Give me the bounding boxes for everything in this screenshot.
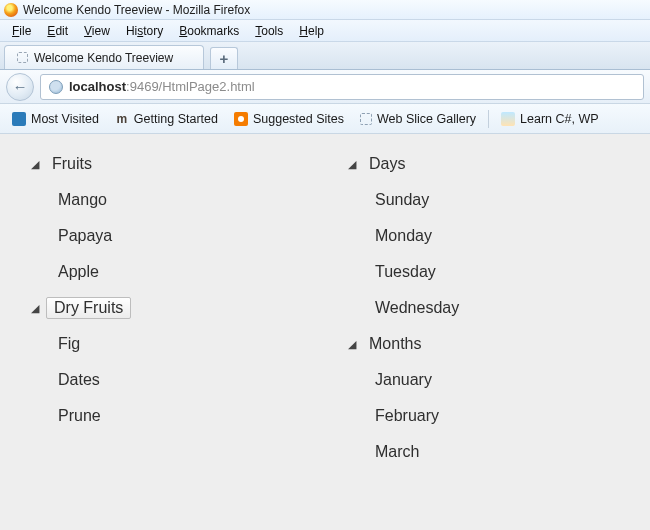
tree-group-dry-fruits: ◢ Dry Fruits Fig Dates Prune (8, 290, 325, 434)
placeholder-icon (360, 113, 372, 125)
tree-node-sunday[interactable]: Sunday (325, 182, 642, 218)
bookmark-label: Learn C#, WP (520, 112, 599, 126)
url-path-part: :9469/HtmlPage2.html (126, 79, 255, 94)
menu-view[interactable]: View (76, 22, 118, 40)
window-title: Welcome Kendo Treeview - Mozilla Firefox (23, 3, 250, 17)
menu-history[interactable]: History (118, 22, 171, 40)
tree-node-wednesday[interactable]: Wednesday (325, 290, 642, 326)
tree-label: Sunday (369, 189, 435, 211)
bookmark-getting-started[interactable]: m Getting Started (109, 110, 224, 128)
back-button[interactable]: ← (6, 73, 34, 101)
globe-icon (49, 80, 63, 94)
bookmark-label: Most Visited (31, 112, 99, 126)
back-arrow-icon: ← (13, 78, 28, 95)
plus-icon: + (220, 50, 229, 67)
tree-label: Dates (52, 369, 106, 391)
bookmark-label: Suggested Sites (253, 112, 344, 126)
bookmark-label: Getting Started (134, 112, 218, 126)
menu-help[interactable]: Help (291, 22, 332, 40)
tree-node-january[interactable]: January (325, 362, 642, 398)
expand-toggle-icon[interactable]: ◢ (28, 302, 42, 315)
bookmark-web-slice[interactable]: Web Slice Gallery (354, 110, 482, 128)
bookmark-most-visited[interactable]: Most Visited (6, 110, 105, 128)
menu-tools[interactable]: Tools (247, 22, 291, 40)
treeview-right: ◢ Days Sunday Monday Tuesday Wednesday ◢… (325, 146, 642, 518)
menu-bookmarks[interactable]: Bookmarks (171, 22, 247, 40)
tree-group-days: ◢ Days Sunday Monday Tuesday Wednesday (325, 146, 642, 326)
expand-toggle-icon[interactable]: ◢ (28, 158, 42, 171)
tree-label: Monday (369, 225, 438, 247)
url-host-part: localhost (69, 79, 126, 94)
tree-label: Days (363, 153, 411, 175)
firefox-icon (4, 3, 18, 17)
tree-node-prune[interactable]: Prune (8, 398, 325, 434)
tree-group-months: ◢ Months January February March (325, 326, 642, 470)
tree-label: Months (363, 333, 427, 355)
tree-node-dates[interactable]: Dates (8, 362, 325, 398)
site-icon (501, 112, 515, 126)
tree-label-selected: Dry Fruits (46, 297, 131, 319)
tree-label: Wednesday (369, 297, 465, 319)
bookmark-suggested-sites[interactable]: Suggested Sites (228, 110, 350, 128)
expand-toggle-icon[interactable]: ◢ (345, 158, 359, 171)
tab-active[interactable]: Welcome Kendo Treeview (4, 45, 204, 69)
tree-node-days[interactable]: ◢ Days (325, 146, 642, 182)
tree-node-tuesday[interactable]: Tuesday (325, 254, 642, 290)
tree-node-papaya[interactable]: Papaya (8, 218, 325, 254)
tree-node-mango[interactable]: Mango (8, 182, 325, 218)
expand-toggle-icon[interactable]: ◢ (345, 338, 359, 351)
tree-label: Apple (52, 261, 105, 283)
bookmark-label: Web Slice Gallery (377, 112, 476, 126)
tree-node-dry-fruits[interactable]: ◢ Dry Fruits (8, 290, 325, 326)
tree-label: January (369, 369, 438, 391)
tree-node-months[interactable]: ◢ Months (325, 326, 642, 362)
url-bar[interactable]: localhost:9469/HtmlPage2.html (40, 74, 644, 100)
tree-label: Prune (52, 405, 107, 427)
tree-node-fruits[interactable]: ◢ Fruits (8, 146, 325, 182)
tree-label: Mango (52, 189, 113, 211)
tree-label: Papaya (52, 225, 118, 247)
new-tab-button[interactable]: + (210, 47, 238, 69)
tree-node-monday[interactable]: Monday (325, 218, 642, 254)
tree-node-apple[interactable]: Apple (8, 254, 325, 290)
url-text: localhost:9469/HtmlPage2.html (69, 79, 255, 94)
treeview-left: ◢ Fruits Mango Papaya Apple ◢ Dry Fruits… (8, 146, 325, 518)
window-titlebar: Welcome Kendo Treeview - Mozilla Firefox (0, 0, 650, 20)
tree-label: Fig (52, 333, 86, 355)
tree-node-february[interactable]: February (325, 398, 642, 434)
tab-title: Welcome Kendo Treeview (34, 51, 173, 65)
navigation-bar: ← localhost:9469/HtmlPage2.html (0, 70, 650, 104)
tree-label: March (369, 441, 425, 463)
tree-label: February (369, 405, 445, 427)
tab-strip: Welcome Kendo Treeview + (0, 42, 650, 70)
page-favicon (17, 52, 28, 63)
tree-label: Tuesday (369, 261, 442, 283)
bookmark-separator (488, 110, 489, 128)
tree-group-fruits: ◢ Fruits Mango Papaya Apple (8, 146, 325, 290)
tree-node-march[interactable]: March (325, 434, 642, 470)
menubar: File Edit View History Bookmarks Tools H… (0, 20, 650, 42)
bulb-icon (234, 112, 248, 126)
bookmark-bar: Most Visited m Getting Started Suggested… (0, 104, 650, 134)
tree-node-fig[interactable]: Fig (8, 326, 325, 362)
page-content: ◢ Fruits Mango Papaya Apple ◢ Dry Fruits… (0, 134, 650, 530)
menu-edit[interactable]: Edit (39, 22, 76, 40)
bookmark-learn-csharp[interactable]: Learn C#, WP (495, 110, 605, 128)
tree-label: Fruits (46, 153, 98, 175)
mozilla-icon: m (115, 112, 129, 126)
menu-file[interactable]: File (4, 22, 39, 40)
folder-icon (12, 112, 26, 126)
